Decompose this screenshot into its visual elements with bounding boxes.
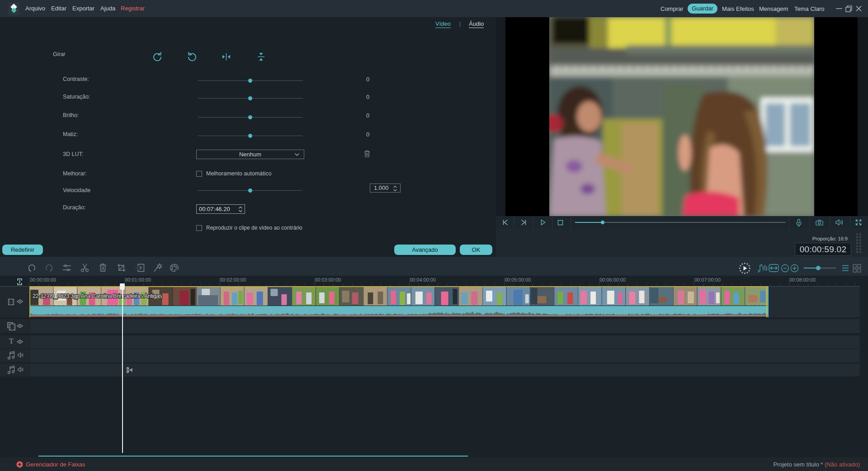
- svg-text:22-12-09_0823.3gp Ana Carolina: 22-12-09_0823.3gp Ana Carolina Brincadei…: [33, 293, 162, 299]
